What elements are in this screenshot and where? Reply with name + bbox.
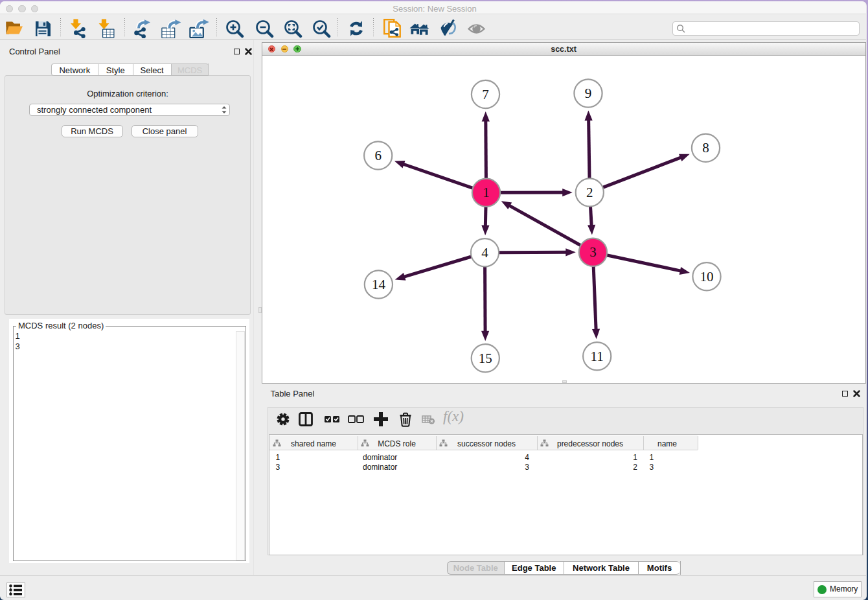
svg-text:15: 15 xyxy=(479,351,492,366)
svg-text:10: 10 xyxy=(700,269,714,284)
svg-text:4: 4 xyxy=(481,245,488,260)
svg-text:7: 7 xyxy=(482,87,489,102)
svg-text:1: 1 xyxy=(483,185,490,200)
svg-text:9: 9 xyxy=(585,86,592,101)
svg-text:2: 2 xyxy=(586,185,593,200)
svg-text:3: 3 xyxy=(589,244,597,260)
svg-text:6: 6 xyxy=(374,148,382,163)
svg-text:8: 8 xyxy=(702,140,709,156)
svg-text:14: 14 xyxy=(372,277,386,292)
svg-text:11: 11 xyxy=(591,349,604,364)
